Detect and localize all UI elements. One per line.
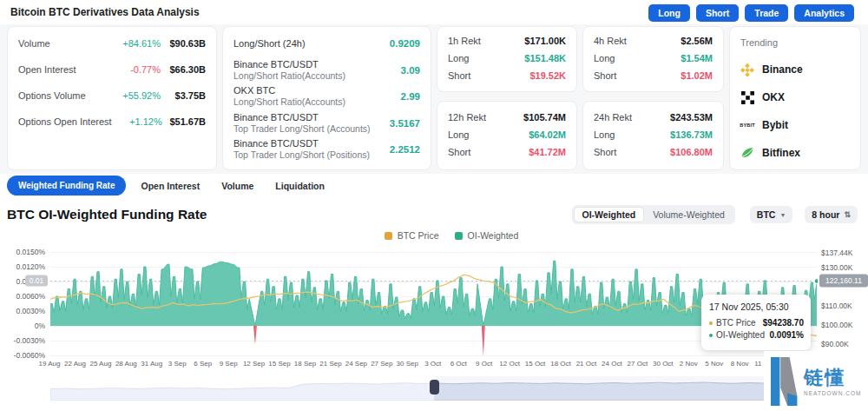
x-axis-label: 21 Oct: [576, 360, 597, 368]
x-axis-label: 6 Sep: [194, 360, 212, 368]
trending-item-label: Binance: [762, 63, 803, 76]
trending-item-label: Bitfinex: [762, 147, 800, 159]
trending-item-bitfinex[interactable]: Bitfinex: [740, 139, 850, 167]
watermark: 链懂 NEATDOWN.COM: [764, 351, 868, 411]
rekt-short-value: $1.02M: [681, 70, 713, 81]
chevron-down-icon: ▼: [779, 212, 786, 218]
coin-select-value: BTC: [757, 209, 776, 220]
ratio-value: 0.9209: [390, 38, 420, 49]
overview-change: +84.61%: [108, 38, 161, 49]
rekt-short-value: $106.80M: [670, 147, 713, 157]
trending-item-okx[interactable]: OKX: [740, 83, 850, 111]
rekt-card: 1h Rekt$171.00KLong$151.48KShort$19.52K: [437, 26, 577, 92]
ratio-row: Binance BTC/USDTTop Trader Long/Short (P…: [233, 136, 420, 163]
rekt-short-value: $19.52K: [529, 70, 566, 81]
rekt-column-1: 1h Rekt$171.00KLong$151.48KShort$19.52K1…: [437, 26, 577, 174]
trending-item-bybit[interactable]: BYBITBybit: [740, 111, 850, 139]
overview-label: Options Open Interest: [18, 116, 112, 127]
rekt-short-label: Short: [448, 70, 529, 81]
tooltip-oi-value: 0.0091%: [770, 330, 804, 340]
long-button[interactable]: Long: [648, 4, 690, 22]
section-header: BTC OI-Weighted Funding Rate OI-Weighted…: [0, 203, 868, 226]
ratio-value: 3.09: [401, 65, 420, 76]
x-axis-label: 27 Sep: [371, 360, 392, 368]
rekt-short-label: Short: [448, 147, 529, 157]
ratio-label-1: Long/Short (24h): [233, 38, 390, 50]
ratio-row: Binance BTC/USDTTop Trader Long/Short (A…: [233, 110, 420, 137]
ratio-label-1: Binance BTC/USDT: [233, 112, 390, 123]
trade-button[interactable]: Trade: [745, 4, 788, 22]
overview-value: $51.67B: [162, 116, 206, 127]
price-axis-tick: $90.00K: [821, 340, 849, 348]
coin-select[interactable]: BTC ▼: [750, 206, 793, 223]
trending-item-label: OKX: [762, 91, 785, 103]
segment-volume-weighted[interactable]: Volume-Weighted: [644, 207, 733, 222]
legend-swatch-icon: [455, 232, 463, 240]
x-axis-label: 19 Aug: [39, 360, 61, 368]
rekt-total: $171.00K: [524, 36, 566, 46]
navigator-brush-handle[interactable]: [430, 380, 439, 394]
y-axis-tick: -0.0030%: [14, 336, 45, 345]
legend-swatch-icon: [385, 232, 392, 240]
rekt-long-label: Long: [594, 53, 681, 63]
x-axis-label: 6 Oct: [450, 360, 467, 368]
x-axis-label: 12 Sep: [243, 360, 265, 368]
x-axis-label: 12 Oct: [499, 360, 520, 368]
rekt-title: 4h Rekt: [594, 36, 681, 46]
chart-heading: BTC OI-Weighted Funding Rate: [7, 207, 572, 222]
trending-item-binance[interactable]: Binance: [740, 56, 850, 83]
price-axis-tick: $110.00K: [821, 302, 852, 310]
rekt-total-row: 24h Rekt$243.53M: [594, 112, 713, 123]
tooltip-price-label: BTC Price: [716, 318, 760, 328]
bitfinex-icon: [740, 146, 754, 160]
okx-icon: [740, 90, 754, 104]
overview-label: Options Volume: [18, 90, 108, 101]
ratio-row: Long/Short (24h)0.9209: [233, 30, 420, 57]
x-axis-label: 30 Sep: [397, 360, 418, 368]
segment-oi-weighted[interactable]: OI-Weighted: [574, 207, 645, 222]
x-axis-label: 18 Oct: [550, 360, 571, 368]
short-button[interactable]: Short: [696, 4, 739, 22]
rekt-short-row: Short$41.72M: [448, 147, 566, 157]
ratio-label-1: Binance BTC/USDT: [233, 59, 401, 70]
interval-select[interactable]: 8 hour ⇅: [805, 206, 858, 223]
watermark-cn-text: 链懂: [804, 367, 861, 388]
current-rate-tag: 0.01: [25, 275, 48, 287]
negative-rate-spike: [482, 326, 485, 356]
rekt-long-row: Long$64.02M: [448, 129, 566, 140]
rekt-long-value: $136.73M: [670, 129, 713, 140]
x-axis-label: 5 Nov: [705, 360, 723, 368]
rekt-card: 24h Rekt$243.53MLong$136.73MShort$106.80…: [582, 101, 724, 170]
rekt-short-row: Short$19.52K: [448, 70, 566, 81]
ratio-label-1: Binance BTC/USDT: [233, 138, 390, 149]
overview-change: -0.77%: [108, 64, 161, 75]
x-axis-label: 15 Oct: [525, 360, 546, 368]
y-axis-tick: 0%: [35, 322, 45, 330]
x-axis-label: 28 Aug: [115, 360, 137, 368]
overview-value: $66.30B: [161, 64, 206, 75]
latest-point-dot: [814, 278, 818, 283]
x-axis-label: 30 Oct: [653, 360, 674, 368]
x-axis-labels: 19 Aug22 Aug25 Aug28 Aug31 Aug3 Sep6 Sep…: [0, 360, 868, 372]
x-axis-label: 22 Aug: [64, 360, 86, 368]
x-axis-label: 3 Sep: [168, 360, 187, 368]
chart-tooltip: 17 Nov 2025, 05:30 BTC Price $94238.70 O…: [701, 295, 811, 350]
tab-open-interest[interactable]: Open Interest: [141, 181, 200, 191]
long-short-ratios-card: Long/Short (24h)0.9209Binance BTC/USDTLo…: [222, 26, 431, 170]
chart-range-navigator[interactable]: [50, 376, 868, 401]
negative-rate-spike: [253, 326, 257, 345]
x-axis-label: 2 Nov: [680, 360, 698, 368]
rekt-total-row: 1h Rekt$171.00K: [448, 36, 566, 46]
trending-title: Trending: [740, 37, 850, 48]
price-axis-tick: $137.44K: [821, 249, 852, 257]
analytics-button[interactable]: Analytics: [794, 4, 854, 22]
y-axis-tick: -0.0060%: [14, 351, 45, 360]
ratio-labels: Binance BTC/USDTTop Trader Long/Short (A…: [233, 112, 390, 135]
overview-row: Open Interest-0.77%$66.30B: [18, 64, 206, 75]
tab-liquidation[interactable]: Liquidation: [275, 181, 325, 191]
y-axis-tick: 0.0120%: [16, 262, 45, 271]
ratio-value: 3.5167: [390, 118, 420, 129]
tab-volume[interactable]: Volume: [221, 181, 253, 191]
rekt-long-value: $64.02M: [529, 129, 566, 140]
tab-weighted-funding-rate[interactable]: Weighted Funding Rate: [7, 176, 126, 196]
